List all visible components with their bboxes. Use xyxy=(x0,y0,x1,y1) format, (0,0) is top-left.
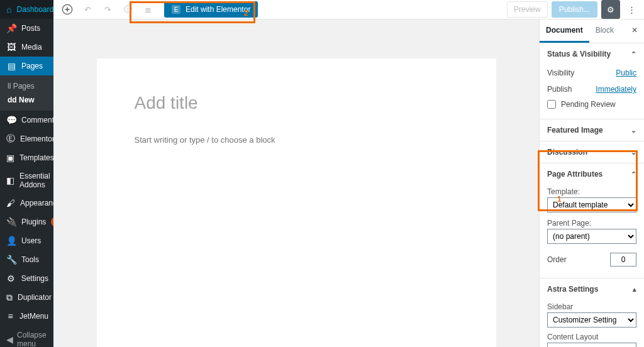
sidebar-item-label: Tools xyxy=(21,255,39,264)
edit-with-elementor-button[interactable]: EEdit with Elementor xyxy=(164,1,258,18)
sidebar-item-label: Media xyxy=(21,43,42,52)
sidebar-item-plugins[interactable]: 🔌Plugins1 xyxy=(0,212,53,231)
panel-featured-head[interactable]: Featured Image⌄ xyxy=(540,119,644,141)
sidebar-item-dashboard[interactable]: ⌂Dashboard xyxy=(0,0,53,19)
sidebar-item-essential-addons[interactable]: ◧Essential Addons xyxy=(0,167,53,194)
duplicator-icon: ⧉ xyxy=(6,292,13,302)
publish-label: Publish xyxy=(547,85,572,94)
pages-icon: ▤ xyxy=(6,61,16,71)
outline-button[interactable]: ≣ xyxy=(139,1,157,18)
appearance-icon: 🖌 xyxy=(6,198,15,208)
astra-content-label: Content Layout xyxy=(547,330,636,343)
tools-icon: 🔧 xyxy=(6,255,16,265)
publish-button[interactable]: Publish... xyxy=(552,1,597,18)
comments-icon: 💬 xyxy=(6,115,16,125)
undo-button[interactable]: ↶ xyxy=(79,1,96,18)
parent-page-label: Parent Page: xyxy=(547,216,636,229)
visibility-label: Visibility xyxy=(547,69,574,77)
chevron-up-icon: ▴ xyxy=(633,285,636,294)
sidebar-item-templates[interactable]: ▣Templates xyxy=(0,148,53,167)
templates-icon: ▣ xyxy=(6,153,14,163)
elementor-logo-icon: E xyxy=(172,5,180,14)
visibility-value[interactable]: Public xyxy=(616,69,636,77)
settings-tabs: Document Block ✕ xyxy=(540,19,644,43)
sidebar-item-elementor[interactable]: ⒺElementor xyxy=(0,129,53,148)
settings-gear-button[interactable]: ⚙ xyxy=(601,0,620,19)
collapse-menu[interactable]: ◀Collapse menu xyxy=(0,326,53,347)
sidebar-submenu: ll Pages dd New xyxy=(0,75,53,111)
template-label: Template: xyxy=(547,185,636,197)
sidebar-item-jetmenu[interactable]: ≡JetMenu xyxy=(0,307,53,326)
chevron-down-icon: ⌄ xyxy=(631,126,636,135)
sidebar-item-media[interactable]: 🖾Media xyxy=(0,38,53,57)
addons-icon: ◧ xyxy=(6,175,14,185)
astra-content-select[interactable]: Customizer Setting xyxy=(547,343,636,347)
panel-status-head[interactable]: Status & Visibility⌃ xyxy=(540,43,644,65)
sidebar-item-posts[interactable]: 📌Posts xyxy=(0,19,53,38)
redo-button[interactable]: ↷ xyxy=(99,1,116,18)
panel-page-attributes: Page Attributes⌃ Template: Default templ… xyxy=(540,163,644,278)
posts-icon: 📌 xyxy=(6,23,16,33)
astra-sidebar-select[interactable]: Customizer Setting xyxy=(547,312,636,328)
editor-topbar: ↶ ↷ ⓘ ≣ EEdit with Elementor Preview Pub… xyxy=(53,0,644,19)
content-wrap: Document Block ✕ Status & Visibility⌃ Vi… xyxy=(53,19,644,347)
parent-page-select[interactable]: (no parent) xyxy=(547,229,636,244)
collapse-icon: ◀ xyxy=(6,334,13,344)
sidebar-item-appearance[interactable]: 🖌Appearance xyxy=(0,194,53,212)
panel-discussion-head[interactable]: Discussion⌄ xyxy=(540,141,644,163)
add-block-button[interactable] xyxy=(58,1,76,18)
panel-featured-image: Featured Image⌄ xyxy=(540,119,644,141)
sidebar-item-users[interactable]: 👤Users xyxy=(0,231,53,250)
order-label: Order xyxy=(547,255,567,264)
media-icon: 🖾 xyxy=(6,42,16,52)
order-input[interactable] xyxy=(610,253,636,267)
astra-sidebar-label: Sidebar xyxy=(547,300,636,312)
sidebar-sub-all-pages[interactable]: ll Pages xyxy=(8,79,53,93)
editor-canvas xyxy=(53,19,539,347)
tab-document[interactable]: Document xyxy=(540,19,589,43)
close-settings-button[interactable]: ✕ xyxy=(625,19,644,43)
sidebar-item-label: Dashboard xyxy=(16,5,53,14)
panel-astra-head[interactable]: Astra Settings▴ xyxy=(540,278,644,300)
sidebar-item-label: Settings xyxy=(21,274,48,283)
settings-icon: ⚙ xyxy=(6,273,16,284)
sidebar-item-settings[interactable]: ⚙Settings xyxy=(0,269,53,288)
sidebar-item-label: Comments xyxy=(21,116,58,124)
panel-page-attr-head[interactable]: Page Attributes⌃ xyxy=(540,163,644,185)
sidebar-item-label: JetMenu xyxy=(19,312,48,321)
sidebar-item-label: Essential Addons xyxy=(19,172,50,189)
preview-button[interactable]: Preview xyxy=(507,1,548,18)
tab-block[interactable]: Block xyxy=(589,19,620,43)
settings-panel: Document Block ✕ Status & Visibility⌃ Vi… xyxy=(539,19,644,347)
plugins-icon: 🔌 xyxy=(6,217,16,227)
chevron-up-icon: ⌃ xyxy=(631,50,636,58)
page-title-input[interactable] xyxy=(135,93,458,113)
sidebar-item-tools[interactable]: 🔧Tools xyxy=(0,250,53,269)
sidebar-item-label: Templates xyxy=(19,153,54,162)
dashboard-icon: ⌂ xyxy=(6,4,11,14)
chevron-up-icon: ⌃ xyxy=(631,170,636,179)
publish-value[interactable]: Immediately xyxy=(596,85,636,94)
sidebar-sub-add-new[interactable]: dd New xyxy=(8,93,53,107)
sidebar-item-duplicator[interactable]: ⧉Duplicator xyxy=(0,288,53,307)
sidebar-item-label: Elementor xyxy=(20,135,55,143)
elementor-icon: Ⓔ xyxy=(6,134,15,144)
template-select[interactable]: Default template xyxy=(547,197,636,212)
users-icon: 👤 xyxy=(6,236,16,246)
sidebar-item-pages[interactable]: ▤Pages xyxy=(0,57,53,75)
page-body-input[interactable] xyxy=(135,135,458,145)
admin-sidebar: ⌂Dashboard 📌Posts 🖾Media ▤Pages ll Pages… xyxy=(0,0,53,347)
sidebar-item-label: Duplicator xyxy=(18,293,52,302)
info-button[interactable]: ⓘ xyxy=(119,1,136,18)
pending-review-checkbox[interactable]: Pending Review xyxy=(547,97,636,111)
panel-status: Status & Visibility⌃ VisibilityPublic Pu… xyxy=(540,43,644,119)
sidebar-item-comments[interactable]: 💬Comments xyxy=(0,111,53,129)
plus-circle-icon xyxy=(62,4,73,15)
page-card xyxy=(97,58,496,347)
main-area: ↶ ↷ ⓘ ≣ EEdit with Elementor Preview Pub… xyxy=(53,0,644,347)
panel-astra-settings: Astra Settings▴ Sidebar Customizer Setti… xyxy=(540,278,644,347)
more-options-button[interactable]: ⋮ xyxy=(624,0,639,19)
chevron-down-icon: ⌄ xyxy=(631,148,636,157)
sidebar-item-label: Users xyxy=(21,236,41,245)
sidebar-item-label: Plugins xyxy=(21,218,46,226)
